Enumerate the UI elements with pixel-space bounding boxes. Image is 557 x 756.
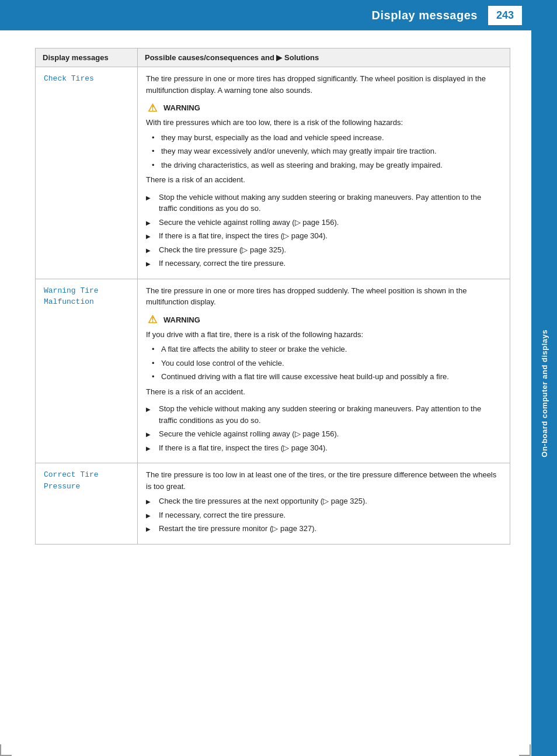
bullet-list: A flat tire affects the ability to steer…	[152, 344, 502, 383]
risk-text: There is a risk of an accident.	[146, 174, 502, 186]
col2-header-text: Possible causes/consequences and ▶ Solut…	[145, 53, 319, 62]
list-item: Restart the tire pressure monitor (▷ pag…	[146, 523, 502, 535]
col1-header: Display messages	[36, 48, 138, 67]
table-row: Warning TireMalfunction The tire pressur…	[36, 279, 510, 463]
risk-text: There is a risk of an accident.	[146, 386, 502, 398]
intro-text: The tire pressure in one or more tires h…	[146, 285, 502, 308]
warning-label: WARNING	[163, 102, 200, 114]
sidebar-label-text: On-board computer and displays	[540, 330, 549, 457]
table-row: Check Tires The tire pressure in one or …	[36, 67, 510, 279]
warning-text: With tire pressures which are too low, t…	[146, 117, 502, 129]
table-header-row: Display messages Possible causes/consequ…	[36, 48, 510, 67]
arrow-list: Stop the vehicle without making any sudd…	[146, 192, 502, 269]
list-item: Secure the vehicle against rolling away …	[146, 428, 502, 440]
intro-text: The tire pressure in one or more tires h…	[146, 73, 502, 96]
list-item: Secure the vehicle against rolling away …	[146, 217, 502, 228]
page-wrapper: Display messages 243 On-board computer a…	[0, 0, 557, 756]
list-item: Check the tire pressure (▷ page 325).	[146, 244, 502, 256]
list-item: Check the tire pressures at the next opp…	[146, 495, 502, 507]
list-item: they may burst, especially as the load a…	[152, 132, 502, 144]
warning-triangle-icon: ⚠	[146, 102, 159, 115]
list-item: Stop the vehicle without making any sudd…	[146, 192, 502, 214]
list-item: If there is a flat tire, inspect the tir…	[146, 230, 502, 242]
corner-br	[519, 744, 531, 756]
warning-text: If you drive with a flat tire, there is …	[146, 329, 502, 341]
list-item: You could lose control of the vehicle.	[152, 358, 502, 369]
main-content: Display messages Possible causes/consequ…	[35, 48, 522, 545]
page-number: 243	[488, 6, 522, 25]
warning-block: ⚠ WARNING With tire pressures which are …	[146, 102, 502, 186]
corner-bl	[0, 744, 12, 756]
display-message-warning-tire: Warning TireMalfunction	[36, 279, 138, 463]
warning-header: ⚠ WARNING	[146, 102, 502, 115]
bullet-list: they may burst, especially as the load a…	[152, 132, 502, 171]
warning-header: ⚠ WARNING	[146, 314, 502, 327]
header-title: Display messages	[372, 9, 478, 22]
display-message-correct-tire: Correct TirePressure	[36, 463, 138, 545]
data-table: Display messages Possible causes/consequ…	[35, 48, 510, 545]
content-check-tires: The tire pressure in one or more tires h…	[138, 67, 510, 279]
intro-text: The tire pressure is too low in at least…	[146, 469, 502, 492]
list-item: the driving characteristics, as well as …	[152, 159, 502, 171]
warning-label: WARNING	[163, 314, 200, 326]
content-warning-tire: The tire pressure in one or more tires h…	[138, 279, 510, 463]
content-correct-tire: The tire pressure is too low in at least…	[138, 463, 510, 545]
warning-triangle-icon: ⚠	[146, 314, 159, 327]
list-item: A flat tire affects the ability to steer…	[152, 344, 502, 355]
header-bar: Display messages 243	[0, 0, 557, 30]
display-message-check-tires: Check Tires	[36, 67, 138, 279]
list-item: Stop the vehicle without making any sudd…	[146, 403, 502, 426]
arrow-list: Stop the vehicle without making any sudd…	[146, 403, 502, 453]
table-row: Correct TirePressure The tire pressure i…	[36, 463, 510, 545]
list-item: If necessary, correct the tire pressure.	[146, 258, 502, 269]
sidebar-label: On-board computer and displays	[531, 30, 557, 756]
list-item: If there is a flat tire, inspect the tir…	[146, 442, 502, 454]
warning-block: ⚠ WARNING If you drive with a flat tire,…	[146, 314, 502, 398]
col2-header: Possible causes/consequences and ▶ Solut…	[138, 48, 510, 67]
list-item: If necessary, correct the tire pressure.	[146, 509, 502, 521]
arrow-list: Check the tire pressures at the next opp…	[146, 495, 502, 535]
list-item: Continued driving with a flat tire will …	[152, 371, 502, 383]
list-item: they may wear excessively and/or unevenl…	[152, 145, 502, 157]
